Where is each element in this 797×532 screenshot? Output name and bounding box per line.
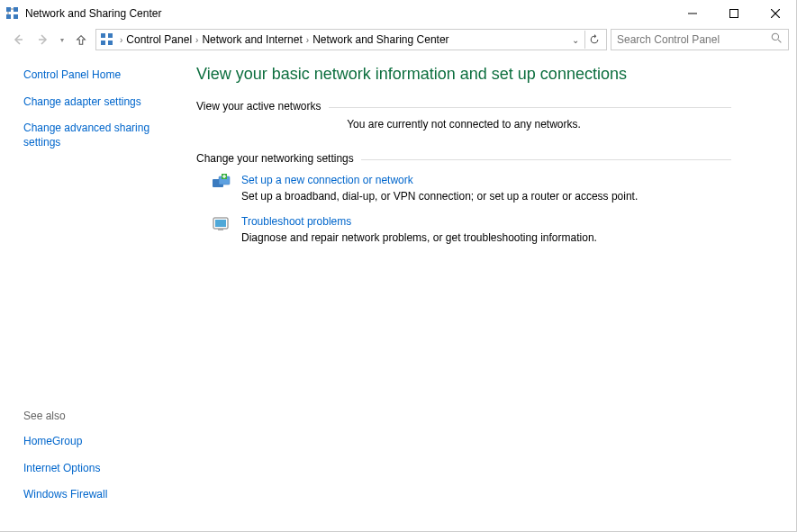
divider bbox=[329, 107, 731, 108]
page-title: View your basic network information and … bbox=[196, 65, 731, 84]
main-panel: View your basic network information and … bbox=[189, 52, 796, 531]
location-icon bbox=[100, 32, 114, 47]
change-settings-section: Change your networking settings bbox=[196, 152, 731, 165]
svg-rect-1 bbox=[14, 7, 18, 12]
divider bbox=[361, 159, 731, 160]
content-area: Control Panel Home Change adapter settin… bbox=[0, 52, 796, 531]
address-dropdown[interactable]: ⌄ bbox=[570, 35, 581, 45]
window-title: Network and Sharing Center bbox=[25, 7, 161, 20]
forward-button[interactable] bbox=[32, 29, 54, 50]
navbar: ▾ › Control Panel › Network and Internet… bbox=[7, 27, 789, 52]
svg-rect-24 bbox=[215, 220, 226, 227]
troubleshoot-link[interactable]: Troubleshoot problems bbox=[241, 215, 597, 228]
setup-connection-link[interactable]: Set up a new connection or network bbox=[241, 174, 638, 186]
sidebar: Control Panel Home Change adapter settin… bbox=[0, 52, 189, 531]
seealso-internet-options[interactable]: Internet Options bbox=[23, 462, 180, 476]
chevron-right-icon[interactable]: › bbox=[192, 35, 202, 45]
back-button[interactable] bbox=[7, 29, 29, 50]
troubleshoot-icon bbox=[209, 215, 234, 237]
svg-line-17 bbox=[778, 40, 781, 42]
svg-rect-0 bbox=[6, 7, 11, 12]
svg-point-16 bbox=[772, 33, 778, 40]
svg-rect-3 bbox=[14, 14, 18, 19]
sidebar-link-advanced-sharing[interactable]: Change advanced sharing settings bbox=[23, 122, 180, 149]
change-settings-label: Change your networking settings bbox=[196, 152, 354, 165]
setup-connection-icon bbox=[209, 174, 234, 195]
svg-rect-13 bbox=[108, 33, 113, 38]
task-troubleshoot: Troubleshoot problems Diagnose and repai… bbox=[209, 215, 731, 244]
no-networks-message: You are currently not connected to any n… bbox=[196, 118, 731, 131]
setup-connection-desc: Set up a broadband, dial-up, or VPN conn… bbox=[241, 190, 638, 203]
up-button[interactable] bbox=[70, 29, 92, 50]
maximize-button[interactable] bbox=[713, 0, 755, 27]
breadcrumb-part[interactable]: Control Panel bbox=[126, 33, 192, 46]
svg-rect-12 bbox=[101, 33, 105, 38]
search-icon bbox=[771, 32, 783, 47]
seealso-heading: See also bbox=[23, 410, 180, 422]
close-button[interactable] bbox=[755, 0, 796, 27]
sidebar-home-link[interactable]: Control Panel Home bbox=[23, 68, 180, 83]
seealso-windows-firewall[interactable]: Windows Firewall bbox=[23, 488, 180, 502]
svg-rect-15 bbox=[108, 41, 113, 45]
svg-rect-7 bbox=[730, 10, 738, 18]
active-networks-label: View your active networks bbox=[196, 100, 322, 113]
titlebar: Network and Sharing Center bbox=[0, 0, 796, 27]
chevron-right-icon[interactable]: › bbox=[303, 35, 312, 45]
task-setup-connection: Set up a new connection or network Set u… bbox=[209, 174, 731, 203]
breadcrumb-part[interactable]: Network and Sharing Center bbox=[312, 33, 448, 46]
troubleshoot-desc: Diagnose and repair network problems, or… bbox=[241, 231, 597, 244]
breadcrumb-part[interactable]: Network and Internet bbox=[202, 33, 302, 46]
minimize-button[interactable] bbox=[672, 0, 713, 27]
address-bar[interactable]: › Control Panel › Network and Internet ›… bbox=[95, 29, 607, 50]
app-icon bbox=[5, 6, 20, 21]
svg-rect-2 bbox=[6, 14, 11, 19]
svg-rect-14 bbox=[101, 41, 105, 45]
seealso-homegroup[interactable]: HomeGroup bbox=[23, 435, 180, 449]
search-input[interactable]: Search Control Panel bbox=[611, 29, 789, 50]
recent-dropdown[interactable]: ▾ bbox=[58, 36, 67, 44]
search-placeholder: Search Control Panel bbox=[617, 33, 771, 46]
active-networks-section: View your active networks bbox=[196, 100, 731, 113]
chevron-right-icon[interactable]: › bbox=[116, 35, 126, 45]
refresh-button[interactable] bbox=[584, 31, 602, 49]
sidebar-link-adapter[interactable]: Change adapter settings bbox=[23, 95, 180, 110]
svg-rect-25 bbox=[218, 229, 223, 230]
